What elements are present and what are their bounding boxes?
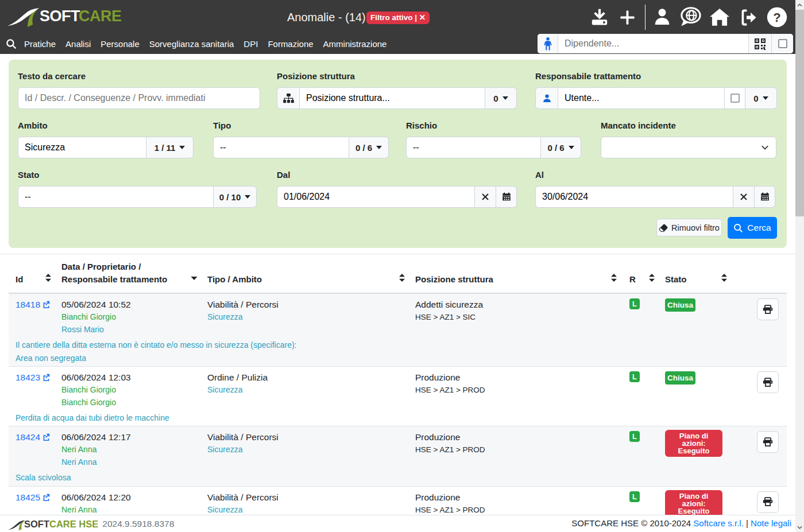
svg-text:CARE: CARE: [79, 7, 122, 25]
svg-text:SOFT: SOFT: [40, 7, 80, 25]
svg-text:?: ?: [773, 10, 780, 25]
